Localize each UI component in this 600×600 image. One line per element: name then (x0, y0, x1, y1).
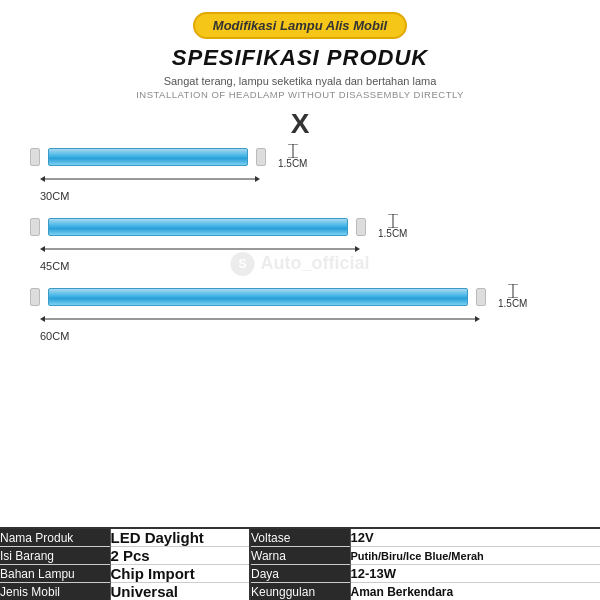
height-dim-3 (498, 284, 528, 298)
led-end-cap-right-1 (256, 148, 266, 166)
led-bar-wrapper-1: 1.5CM (30, 144, 570, 169)
height-label-2: 1.5CM (378, 228, 407, 239)
svg-marker-16 (40, 316, 45, 322)
label-voltase: Voltase (250, 529, 350, 547)
label-jenis-mobil: Jenis Mobil (0, 583, 110, 601)
dim-row-1 (40, 172, 260, 186)
label-isi-barang: Isi Barang (0, 547, 110, 565)
value-daya: 12-13W (350, 565, 600, 583)
width-label-1: 30CM (40, 190, 69, 202)
spec-row-4: Jenis Mobil Universal Keunggulan Aman Be… (0, 583, 600, 601)
svg-marker-11 (355, 246, 360, 252)
top-section: Modifikasi Lampu Alis Mobil SPESIFIKASI … (0, 0, 600, 527)
led-bar-wrapper-2: 1.5CM (30, 214, 570, 239)
height-label-1: 1.5CM (278, 158, 307, 169)
page-container: Modifikasi Lampu Alis Mobil SPESIFIKASI … (0, 0, 600, 600)
diagram-area: 1.5CM 30CM (20, 144, 580, 344)
led-bar-wrapper-3: 1.5CM (30, 284, 570, 309)
led-bar-2 (48, 218, 348, 236)
dim-row-3 (40, 312, 480, 326)
value-bahan-lampu: Chip Import (110, 565, 250, 583)
spec-row-2: Isi Barang 2 Pcs Warna Putih/Biru/Ice Bl… (0, 547, 600, 565)
width-label-2: 45CM (40, 260, 69, 272)
dim-row-2 (40, 242, 360, 256)
product-title: SPESIFIKASI PRODUK (172, 45, 428, 71)
width-label-3: 60CM (40, 330, 69, 342)
label-keunggulan: Keunggulan (250, 583, 350, 601)
bottom-section: Nama Produk LED Daylight Voltase 12V Isi… (0, 527, 600, 600)
label-bahan-lampu: Bahan Lampu (0, 565, 110, 583)
value-voltase: 12V (350, 529, 600, 547)
svg-marker-4 (40, 176, 45, 182)
subtitle2: INSTALLATION OF HEADLAMP WITHOUT DISASSE… (136, 89, 464, 100)
value-keunggulan: Aman Berkendara (350, 583, 600, 601)
height-dim-1 (278, 144, 308, 158)
svg-marker-5 (255, 176, 260, 182)
led-end-cap-right-2 (356, 218, 366, 236)
height-label-3: 1.5CM (498, 298, 527, 309)
led-row-2: 1.5CM 45CM (30, 214, 570, 274)
svg-marker-10 (40, 246, 45, 252)
value-isi-barang: 2 Pcs (110, 547, 250, 565)
x-mark: X (291, 108, 310, 140)
label-daya: Daya (250, 565, 350, 583)
value-jenis-mobil: Universal (110, 583, 250, 601)
svg-marker-17 (475, 316, 480, 322)
width-dim-2 (40, 242, 360, 256)
led-end-cap-left-3 (30, 288, 40, 306)
led-row-3: 1.5CM 60CM (30, 284, 570, 344)
led-end-cap-left-1 (30, 148, 40, 166)
led-bar-1 (48, 148, 248, 166)
width-dim-3 (40, 312, 480, 326)
led-end-cap-left-2 (30, 218, 40, 236)
spec-row-3: Bahan Lampu Chip Import Daya 12-13W (0, 565, 600, 583)
value-nama-produk: LED Daylight (110, 529, 250, 547)
label-nama-produk: Nama Produk (0, 529, 110, 547)
led-bar-3 (48, 288, 468, 306)
width-dim-1 (40, 172, 260, 186)
height-dim-2 (378, 214, 408, 228)
badge: Modifikasi Lampu Alis Mobil (193, 12, 407, 39)
spec-table: Nama Produk LED Daylight Voltase 12V Isi… (0, 529, 600, 600)
subtitle1: Sangat terang, lampu seketika nyala dan … (164, 75, 437, 87)
led-row-1: 1.5CM 30CM (30, 144, 570, 204)
value-warna: Putih/Biru/Ice Blue/Merah (350, 547, 600, 565)
led-end-cap-right-3 (476, 288, 486, 306)
spec-row-1: Nama Produk LED Daylight Voltase 12V (0, 529, 600, 547)
label-warna: Warna (250, 547, 350, 565)
